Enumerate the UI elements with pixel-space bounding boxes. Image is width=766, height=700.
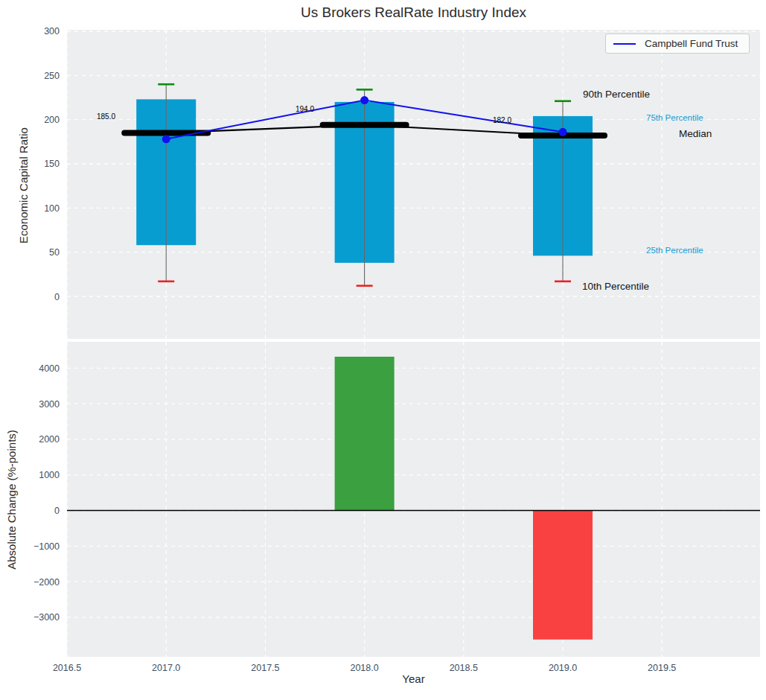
chart-canvas: 050100150200250300−3000−2000−10000100020… <box>0 0 766 700</box>
annotation-75th-percentile: 75th Percentile <box>646 113 703 122</box>
top-y-tick-label: 250 <box>44 71 60 81</box>
x-axis-label: Year <box>67 672 760 685</box>
chart-title: Us Brokers RealRate Industry Index <box>67 4 760 21</box>
top-y-tick-label: 150 <box>44 159 60 169</box>
median-value-label-2019: 182.0 <box>493 116 511 124</box>
annotation-25th-percentile: 25th Percentile <box>646 246 703 255</box>
bottom-y-tick-label: 3000 <box>39 399 60 410</box>
bottom-y-tick-label: 1000 <box>39 470 60 480</box>
bottom-y-tick-label: 2000 <box>39 434 60 445</box>
bottom-y-tick-label: −2000 <box>33 577 60 588</box>
x-tick-label: 2016.5 <box>53 663 81 673</box>
top-y-axis-label: Economic Capital Ratio <box>17 74 33 297</box>
annotation-median: Median <box>679 128 712 139</box>
median-value-label-2018: 194.0 <box>296 105 314 113</box>
legend: Campbell Fund Trust <box>605 34 750 54</box>
top-y-tick-label: 200 <box>44 115 60 125</box>
x-tick-label: 2019.0 <box>549 663 577 673</box>
bottom-y-tick-label: −3000 <box>33 612 60 623</box>
bottom-y-tick-label: 0 <box>54 506 60 516</box>
top-y-tick-label: 50 <box>49 247 60 258</box>
top-y-tick-label: 100 <box>44 203 60 214</box>
change-bar-2018 <box>335 357 395 510</box>
annotation-10th-percentile: 10th Percentile <box>582 281 649 292</box>
bottom-plot-background <box>67 342 760 657</box>
x-tick-label: 2017.5 <box>251 663 279 673</box>
bottom-y-tick-label: 4000 <box>39 363 60 374</box>
bottom-y-axis-label: Absolute Change (%-points) <box>5 388 22 611</box>
top-y-tick-label: 0 <box>54 292 60 302</box>
campbell-marker-2017 <box>162 135 170 143</box>
top-y-tick-label: 300 <box>44 26 60 36</box>
campbell-marker-2019 <box>559 128 567 136</box>
bottom-y-tick-label: −1000 <box>33 541 60 552</box>
x-tick-label: 2017.0 <box>152 663 180 673</box>
campbell-marker-2018 <box>360 96 368 104</box>
annotation-90th-percentile: 90th Percentile <box>583 89 650 100</box>
median-value-label-2017: 185.0 <box>97 112 115 121</box>
change-bar-2019 <box>533 511 593 640</box>
x-tick-label: 2018.5 <box>450 663 478 673</box>
legend-label: Campbell Fund Trust <box>645 38 738 49</box>
legend-line-icon <box>613 43 636 45</box>
x-tick-label: 2019.5 <box>648 663 676 673</box>
x-tick-label: 2018.0 <box>350 663 378 673</box>
